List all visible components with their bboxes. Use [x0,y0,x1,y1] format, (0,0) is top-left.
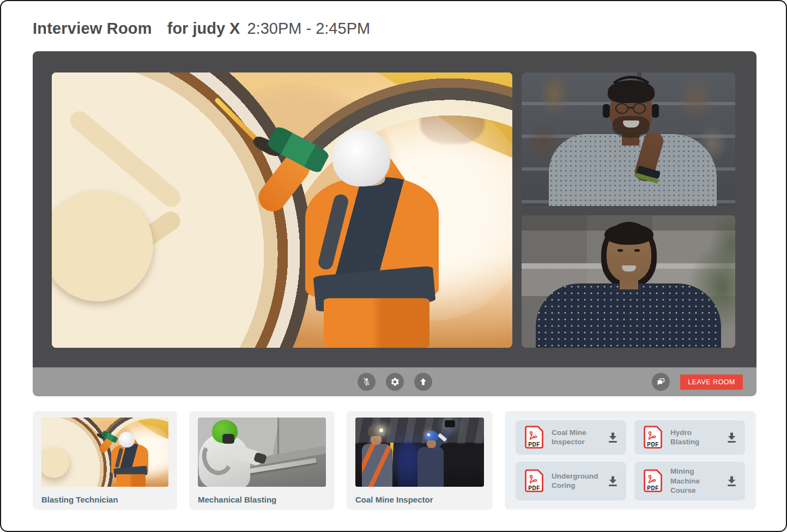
bottom-row: Blasting Technician Mechanical Blasting [33,411,754,510]
leave-room-button[interactable]: LEAVE ROOM [680,374,743,390]
pdf-badge: PDF [647,485,659,491]
chat-icon [656,377,666,387]
header-candidate: for judy X [167,20,240,38]
download-icon[interactable] [606,431,620,444]
document-card-coal-mine-inspector[interactable]: PDF Coal Mine Inspector [516,420,626,455]
control-bar: LEAVE ROOM [33,367,756,396]
pdf-icon: PDF [523,425,545,449]
video-stage [33,51,756,367]
worker-legs-shape [116,474,146,487]
blasting-scene [52,72,512,348]
pdf-icon: PDF [642,469,664,493]
header: Interview Room for judy X 2:30PM - 2:45P… [1,1,786,38]
course-label: Blasting Technician [41,495,168,504]
course-card-mechanical-blasting[interactable]: Mechanical Blasting [189,411,335,510]
course-thumbnail [355,418,484,487]
mechanical-blasting-scene [198,418,326,487]
miner-face-shape [427,439,436,448]
page-title: Interview Room [33,20,152,38]
mic-off-icon [361,377,372,387]
miner-face-shape [371,435,382,445]
main-video-blasting-demo [52,72,512,348]
headlamp-shape [379,428,383,432]
man-with-headset-scene [522,72,735,206]
settings-button[interactable] [386,373,404,391]
document-card-mining-machine-course[interactable]: PDF Mining Machine Course [634,462,745,500]
right-controls: LEAVE ROOM [652,367,743,396]
worker-helmet-shape [332,129,390,187]
pdf-badge: PDF [528,485,540,491]
miner-shadow-shape [398,442,417,487]
course-label: Coal Mine Inspector [355,495,484,504]
document-label: Coal Mine Inspector [552,428,600,447]
gear-icon [390,377,400,387]
pdf-badge: PDF [647,442,659,448]
chat-button[interactable] [652,373,670,391]
course-card-coal-mine-inspector[interactable]: Coal Mine Inspector [347,411,493,510]
call-panel: LEAVE ROOM [33,51,756,396]
mic-mute-button[interactable] [358,373,376,391]
pdf-badge: PDF [528,442,540,448]
documents-panel: PDF Coal Mine Inspector PDF Hydro Blasti… [505,411,756,510]
document-card-hydro-blasting[interactable]: PDF Hydro Blasting [634,420,745,455]
miner-body-shape [362,444,392,487]
download-icon[interactable] [725,431,738,444]
video-dim-overlay [522,215,735,348]
worker-legs-shape [324,298,429,348]
pdf-icon: PDF [642,425,664,449]
course-thumbnail [198,418,326,487]
app-window: Interview Room for judy X 2:30PM - 2:45P… [0,0,787,532]
miner-body-shape [417,447,444,487]
download-icon[interactable] [606,474,620,488]
course-card-blasting-technician[interactable]: Blasting Technician [33,411,177,510]
visor-shape [222,434,234,444]
download-icon[interactable] [725,474,738,488]
hand-tool-shape [445,420,455,427]
course-label: Mechanical Blasting [198,495,326,504]
course-thumbnail [41,418,168,487]
blasting-scene [41,418,168,487]
pdf-icon: PDF [523,469,545,493]
headlamp-shape [427,433,430,436]
video-dim-overlay [522,72,735,206]
document-card-underground-coring[interactable]: PDF Underground Coring [516,462,626,500]
woman-scene [522,215,735,348]
document-label: Hydro Blasting [670,428,718,447]
center-controls [33,367,756,396]
share-button[interactable] [414,373,432,391]
header-time-range: 2:30PM - 2:45PM [247,20,370,38]
miner-helmet-shape [425,431,438,440]
document-label: Mining Machine Course [670,467,718,495]
arrow-up-icon [418,377,428,387]
document-label: Underground Coring [552,471,600,491]
worker-helmet-shape [119,432,135,448]
participant-video-1 [522,72,735,206]
coal-mine-scene [355,418,484,487]
participant-video-2 [522,215,735,348]
